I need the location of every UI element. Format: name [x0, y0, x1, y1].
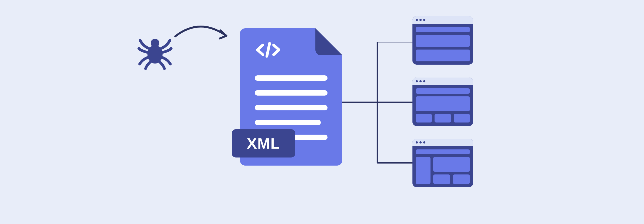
- content-block: [453, 174, 470, 184]
- content-row: [416, 157, 470, 184]
- page-content: [412, 24, 473, 65]
- content-row: [416, 114, 470, 122]
- xml-document-icon: XML: [240, 28, 345, 171]
- browser-title-bar: [412, 139, 473, 146]
- content-block: [416, 27, 470, 32]
- document-line: [255, 105, 328, 110]
- content-block: [416, 88, 470, 94]
- window-control-dot: [419, 141, 422, 144]
- page-content: [412, 85, 473, 126]
- browser-title-bar: [412, 16, 473, 24]
- page-content: [412, 146, 473, 187]
- document-line: [255, 75, 328, 81]
- spider-crawler-icon: [137, 35, 173, 70]
- arrow-icon: [173, 20, 232, 47]
- content-block: [416, 149, 470, 154]
- content-block: [433, 157, 470, 172]
- content-column: [433, 157, 470, 184]
- content-block: [416, 114, 432, 122]
- window-control-dot: [416, 141, 418, 144]
- content-block: [416, 50, 470, 61]
- window-control-dot: [423, 80, 425, 82]
- code-bracket-icon: [255, 42, 282, 58]
- window-control-dot: [423, 19, 425, 21]
- webpage-preview-2: [412, 78, 473, 126]
- document-body: XML: [240, 28, 342, 166]
- window-control-dot: [416, 80, 418, 82]
- content-block: [433, 174, 450, 184]
- content-block: [416, 96, 470, 111]
- document-folded-corner: [315, 28, 342, 55]
- content-block: [435, 114, 451, 122]
- window-control-dot: [416, 19, 418, 21]
- window-control-dot: [423, 141, 425, 144]
- webpage-preview-1: [412, 16, 473, 65]
- connection-lines: [342, 42, 410, 163]
- xml-badge: XML: [232, 129, 295, 158]
- window-control-dot: [419, 80, 422, 82]
- document-line: [255, 90, 328, 96]
- content-row: [433, 174, 470, 184]
- xml-label-text: XML: [247, 135, 280, 152]
- document-line: [255, 120, 321, 125]
- content-block: [416, 157, 431, 184]
- content-block: [416, 35, 470, 47]
- window-control-dot: [419, 19, 422, 21]
- browser-title-bar: [412, 78, 473, 85]
- webpage-preview-3: [412, 139, 473, 187]
- xml-sitemap-diagram: XML: [0, 0, 644, 224]
- content-block: [454, 114, 470, 122]
- svg-point-1: [151, 39, 159, 47]
